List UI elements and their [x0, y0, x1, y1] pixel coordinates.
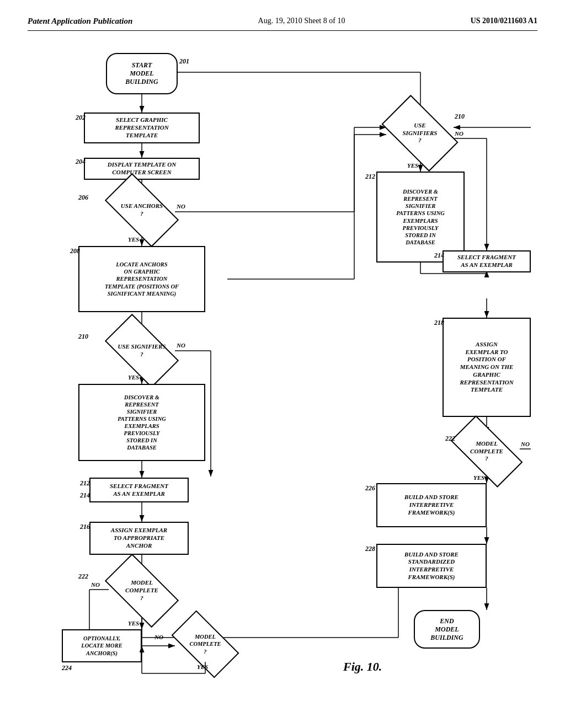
select-template-label: SELECT GRAPHICREPRESENTATIONTEMPLATE	[115, 116, 168, 139]
build-standardized-label: BUILD AND STORESTANDARDIZEDINTERPRETIVEF…	[404, 551, 459, 581]
node-id-228: 228	[365, 545, 375, 553]
assign-anchor-node: ASSIGN EXEMPLARTO APPROPRIATEANCHOR	[89, 522, 189, 555]
node-id-201: 201	[179, 57, 189, 66]
assign-anchor-label: ASSIGN EXEMPLARTO APPROPRIATEANCHOR	[111, 527, 167, 549]
svg-text:NO: NO	[454, 130, 463, 137]
flowchart: YES NO YES NO YES	[34, 42, 531, 693]
model-complete-near-optionally-label: MODELCOMPLETE?	[176, 628, 234, 661]
build-interpretive-label: BUILD AND STOREINTERPRETIVEFRAMEWORK(S)	[404, 494, 459, 516]
svg-text:NO: NO	[176, 342, 185, 349]
header-center: Aug. 19, 2010 Sheet 8 of 10	[258, 17, 345, 25]
node-id-210a: 210	[78, 333, 88, 341]
svg-text:YES: YES	[473, 474, 484, 481]
assign-position-label: ASSIGNEXEMPLAR TOPOSITION OFMEANING ON T…	[460, 341, 513, 394]
end-node: ENDMODELBUILDING	[414, 610, 480, 649]
build-interpretive-node: BUILD AND STOREINTERPRETIVEFRAMEWORK(S)	[376, 483, 487, 527]
select-fragment-left-node: SELECT FRAGMENTAS AN EXEMPLAR	[89, 478, 189, 502]
use-anchors-node: USE ANCHORS?	[105, 173, 179, 247]
no-label-optionally: NO	[154, 634, 163, 640]
page-header: Patent Application Publication Aug. 19, …	[28, 17, 537, 31]
node-id-222: 222	[445, 435, 455, 443]
end-label: ENDMODELBUILDING	[430, 617, 463, 642]
optionally-label: OPTIONALLY,LOCATE MOREANCHOR(S)	[81, 635, 122, 656]
discover-right-label: DISCOVER &REPRESENTSIGNIFIERPATTERNS USI…	[396, 188, 445, 246]
svg-text:YES: YES	[128, 620, 139, 627]
model-complete-left-node: MODELCOMPLETE?	[105, 554, 179, 628]
optionally-node: OPTIONALLY,LOCATE MOREANCHOR(S)	[62, 629, 142, 662]
use-signifiers-right-node: USESIGNIFIERS?	[381, 95, 458, 172]
node-id-212b: 212	[80, 479, 90, 488]
header-right: US 2010/0211603 A1	[471, 17, 537, 25]
page: Patent Application Publication Aug. 19, …	[0, 0, 565, 728]
svg-text:NO: NO	[90, 581, 100, 588]
display-template-label: DISPLAY TEMPLATE ONCOMPUTER SCREEN	[108, 161, 176, 176]
svg-text:NO: NO	[176, 203, 185, 210]
model-complete-right-node: MODELCOMPLETE?	[451, 415, 523, 488]
assign-position-node: ASSIGNEXEMPLAR TOPOSITION OFMEANING ON T…	[443, 318, 531, 417]
use-signifiers-right-label: USESIGNIFIERS?	[387, 114, 452, 153]
node-id-226: 226	[365, 484, 375, 493]
select-fragment-left-label: SELECT FRAGMENTAS AN EXEMPLAR	[110, 483, 168, 498]
node-id-222a: 222	[78, 572, 88, 581]
node-id-206: 206	[78, 194, 88, 202]
discover-left-node: DISCOVER &REPRESENTSIGNIFIERPATTERNS USI…	[78, 384, 205, 461]
display-template-node: DISPLAY TEMPLATE ONCOMPUTER SCREEN	[84, 158, 200, 180]
svg-text:NO: NO	[520, 441, 530, 447]
build-standardized-node: BUILD AND STORESTANDARDIZEDINTERPRETIVEF…	[376, 544, 487, 588]
node-id-224: 224	[62, 664, 72, 672]
node-id-204: 204	[76, 158, 86, 166]
select-template-node: SELECT GRAPHICREPRESENTATIONTEMPLATE	[84, 113, 200, 143]
locate-anchors-label: LOCATE ANCHORSON GRAPHICREPRESENTATIONTE…	[105, 261, 179, 297]
header-left: Patent Application Publication	[28, 17, 132, 26]
svg-text:YES: YES	[407, 162, 418, 169]
select-fragment-right-label: SELECT FRAGMENTAS AN EXEMPLAR	[457, 254, 516, 269]
svg-text:YES: YES	[128, 374, 139, 381]
node-id-208: 208	[70, 247, 80, 255]
start-node: STARTMODELBUILDING	[106, 53, 178, 94]
model-complete-left-label: MODELCOMPLETE?	[110, 572, 174, 609]
model-complete-right-label: MODELCOMPLETE?	[455, 435, 519, 468]
node-id-202: 202	[76, 114, 86, 122]
use-anchors-label: USE ANCHORS?	[110, 192, 174, 228]
discover-right-node: DISCOVER &REPRESENTSIGNIFIERPATTERNS USI…	[376, 172, 465, 263]
svg-text:YES: YES	[128, 236, 139, 243]
start-label: STARTMODELBUILDING	[125, 61, 158, 86]
yes-label-mc-optionally: YES	[197, 663, 208, 670]
node-id-210b: 210	[455, 113, 465, 121]
select-fragment-right-node: SELECT FRAGMENTAS AN EXEMPLAR	[443, 250, 531, 272]
node-id-212: 212	[365, 173, 375, 181]
node-id-214: 214	[80, 491, 90, 500]
use-signifiers-left-label: USE SIGNIFIERS?	[110, 333, 174, 369]
use-signifiers-left-node: USE SIGNIFIERS?	[105, 314, 179, 388]
locate-anchors-node: LOCATE ANCHORSON GRAPHICREPRESENTATIONTE…	[78, 246, 205, 312]
node-id-218: 218	[434, 319, 444, 327]
discover-left-label: DISCOVER &REPRESENTSIGNIFIERPATTERNS USI…	[118, 394, 166, 452]
node-id-216: 216	[80, 523, 90, 531]
fig-label: Fig. 10.	[343, 660, 382, 674]
node-id-214b: 214	[434, 251, 444, 260]
